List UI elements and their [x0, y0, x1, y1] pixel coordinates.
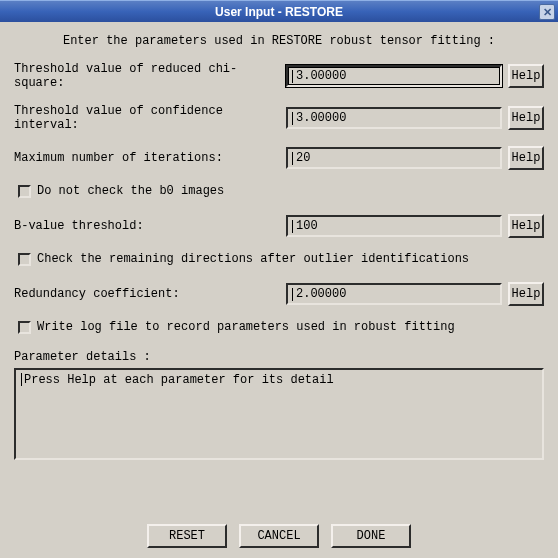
label-iterations: Maximum number of iterations:	[14, 151, 286, 165]
checkbox-label-write-log: Write log file to record parameters used…	[37, 320, 455, 334]
parameter-details-box[interactable]: Press Help at each parameter for its det…	[14, 368, 544, 460]
help-button-bvalue[interactable]: Help	[508, 214, 544, 238]
bottom-button-bar: RESET CANCEL DONE	[0, 524, 558, 548]
row-bvalue: B-value threshold: 100 Help	[14, 214, 544, 238]
text-caret-icon	[292, 70, 293, 83]
input-value: 2.00000	[296, 286, 346, 302]
checkbox-row-write-log[interactable]: Write log file to record parameters used…	[18, 320, 544, 334]
input-value: 100	[296, 218, 318, 234]
checkbox-label-check-dirs: Check the remaining directions after out…	[37, 252, 469, 266]
window-title: User Input - RESTORE	[215, 5, 343, 19]
parameter-details-text: Press Help at each parameter for its det…	[24, 373, 334, 387]
help-button-redundancy[interactable]: Help	[508, 282, 544, 306]
label-bvalue: B-value threshold:	[14, 219, 286, 233]
checkbox-row-check-dirs[interactable]: Check the remaining directions after out…	[18, 252, 544, 266]
row-iterations: Maximum number of iterations: 20 Help	[14, 146, 544, 170]
text-caret-icon	[292, 220, 293, 233]
input-chi-square[interactable]: 3.00000	[286, 65, 502, 87]
checkbox-icon	[18, 185, 31, 198]
checkbox-label-no-b0: Do not check the b0 images	[37, 184, 224, 198]
reset-button[interactable]: RESET	[147, 524, 227, 548]
input-value: 20	[296, 150, 310, 166]
row-redundancy: Redundancy coefficient: 2.00000 Help	[14, 282, 544, 306]
input-redundancy[interactable]: 2.00000	[286, 283, 502, 305]
cancel-button[interactable]: CANCEL	[239, 524, 319, 548]
dialog-content: Enter the parameters used in RESTORE rob…	[0, 22, 558, 558]
text-caret-icon	[292, 152, 293, 165]
help-button-chi-square[interactable]: Help	[508, 64, 544, 88]
label-confidence: Threshold value of confidence interval:	[14, 104, 286, 132]
text-caret-icon	[21, 373, 22, 386]
input-value: 3.00000	[296, 68, 346, 84]
instruction-text: Enter the parameters used in RESTORE rob…	[14, 34, 544, 48]
close-icon: ✕	[543, 6, 552, 19]
label-chi-square: Threshold value of reduced chi-square:	[14, 62, 286, 90]
checkbox-row-no-b0[interactable]: Do not check the b0 images	[18, 184, 544, 198]
text-caret-icon	[292, 112, 293, 125]
checkbox-icon	[18, 321, 31, 334]
input-iterations[interactable]: 20	[286, 147, 502, 169]
label-redundancy: Redundancy coefficient:	[14, 287, 286, 301]
parameter-details-label: Parameter details :	[14, 350, 544, 364]
done-button[interactable]: DONE	[331, 524, 411, 548]
input-value: 3.00000	[296, 110, 346, 126]
close-button[interactable]: ✕	[539, 4, 555, 20]
text-caret-icon	[292, 288, 293, 301]
input-bvalue[interactable]: 100	[286, 215, 502, 237]
help-button-iterations[interactable]: Help	[508, 146, 544, 170]
checkbox-icon	[18, 253, 31, 266]
row-chi-square: Threshold value of reduced chi-square: 3…	[14, 62, 544, 90]
help-button-confidence[interactable]: Help	[508, 106, 544, 130]
titlebar: User Input - RESTORE ✕	[0, 0, 558, 22]
row-confidence: Threshold value of confidence interval: …	[14, 104, 544, 132]
input-confidence[interactable]: 3.00000	[286, 107, 502, 129]
